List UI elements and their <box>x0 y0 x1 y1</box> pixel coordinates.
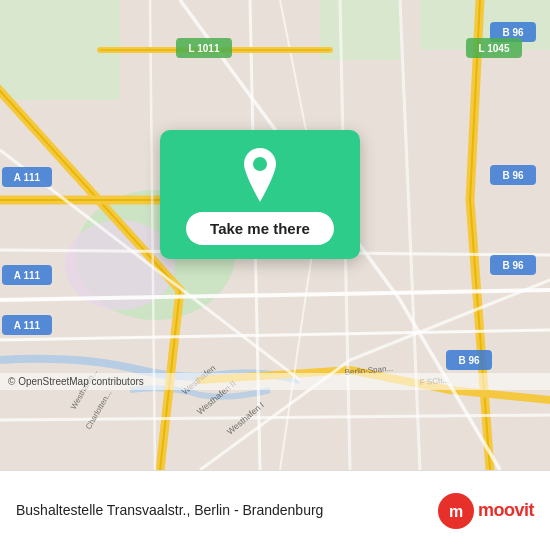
bottom-bar: Bushaltestelle Transvaalstr., Berlin - B… <box>0 470 550 550</box>
copyright-text: © OpenStreetMap contributors <box>8 376 144 387</box>
location-pin-icon <box>238 148 282 202</box>
map-container: A 111 A 111 A 111 B 96 B 96 B 96 B 96 L … <box>0 0 550 470</box>
svg-text:B 96: B 96 <box>502 170 524 181</box>
svg-text:L 1045: L 1045 <box>479 43 510 54</box>
copyright-bar: © OpenStreetMap contributors <box>0 373 550 390</box>
svg-text:L 1011: L 1011 <box>189 43 220 54</box>
location-card[interactable]: Take me there <box>160 130 360 259</box>
svg-text:A 111: A 111 <box>14 320 41 331</box>
take-me-there-button[interactable]: Take me there <box>186 212 334 245</box>
station-name: Bushaltestelle Transvaalstr., Berlin - B… <box>16 501 438 519</box>
svg-text:m: m <box>449 503 463 520</box>
moovit-icon: m <box>438 493 474 529</box>
svg-text:A 111: A 111 <box>14 270 41 281</box>
svg-text:B 96: B 96 <box>502 260 524 271</box>
moovit-logo: m moovit <box>438 493 534 529</box>
svg-text:B 96: B 96 <box>502 27 524 38</box>
svg-text:B 96: B 96 <box>458 355 480 366</box>
svg-point-31 <box>253 157 267 171</box>
moovit-text: moovit <box>478 500 534 521</box>
svg-text:A 111: A 111 <box>14 172 41 183</box>
